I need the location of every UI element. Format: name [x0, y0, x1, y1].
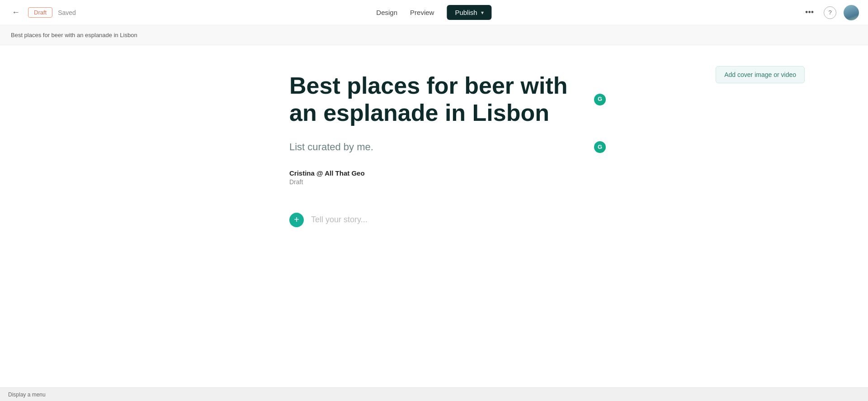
article-subtitle[interactable]: List curated by me. G [289, 141, 579, 153]
publish-button[interactable]: Publish ▾ [447, 5, 491, 20]
breadcrumb-bar: Best places for beer with an esplanade i… [0, 25, 868, 45]
editor-container: Best places for beer with an esplanade i… [280, 72, 588, 227]
article-subtitle-text: List curated by me. [289, 141, 373, 153]
saved-label: Saved [58, 9, 76, 16]
grammarly-icon-title: G [594, 94, 606, 105]
help-button[interactable]: ? [824, 6, 836, 19]
avatar-image [844, 5, 859, 20]
breadcrumb: Best places for beer with an esplanade i… [11, 32, 137, 38]
add-block-icon: + [294, 215, 299, 225]
publish-chevron-icon: ▾ [481, 10, 484, 16]
more-options-button[interactable]: ••• [802, 5, 816, 20]
preview-nav-link[interactable]: Preview [410, 9, 434, 16]
grammarly-icon-subtitle: G [594, 141, 606, 153]
topbar: ← Draft Saved Design Preview Publish ▾ •… [0, 0, 868, 25]
publish-label: Publish [455, 9, 477, 16]
story-placeholder[interactable]: Tell your story... [311, 215, 368, 224]
draft-badge: Draft [28, 7, 52, 18]
topbar-center: Design Preview Publish ▾ [376, 5, 491, 20]
main-area: Add cover image or video Best places for… [0, 45, 868, 401]
author-status: Draft [289, 178, 579, 186]
avatar[interactable] [844, 5, 859, 20]
back-arrow-icon: ← [12, 8, 20, 17]
title-grammarly-icon[interactable]: G [594, 94, 606, 105]
subtitle-grammarly-icon[interactable]: G [594, 141, 606, 153]
article-title[interactable]: Best places for beer with an esplanade i… [289, 72, 579, 127]
add-cover-button[interactable]: Add cover image or video [716, 66, 805, 83]
author-name: Cristina @ All That Geo [289, 169, 579, 177]
story-area: + Tell your story... [289, 213, 579, 227]
add-block-button[interactable]: + [289, 213, 304, 227]
article-title-text: Best places for beer with an esplanade i… [289, 72, 568, 126]
design-nav-link[interactable]: Design [376, 9, 397, 16]
display-menu-button[interactable]: Display a menu [6, 391, 47, 399]
back-button[interactable]: ← [9, 5, 23, 20]
topbar-right: ••• ? [802, 5, 859, 20]
author-section: Cristina @ All That Geo Draft [289, 169, 579, 186]
bottom-bar: Display a menu [0, 387, 868, 401]
